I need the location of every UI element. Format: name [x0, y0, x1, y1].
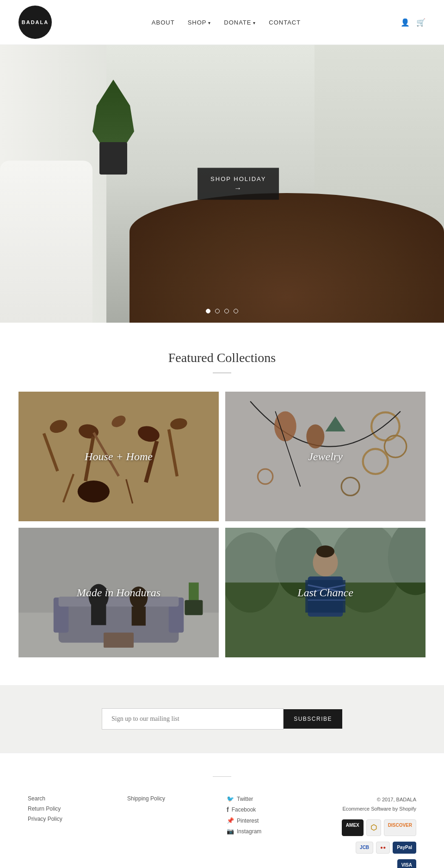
cart-icon[interactable]: 🛒: [416, 18, 426, 27]
footer-grid: Search Return Policy Privacy Policy Ship…: [28, 795, 416, 868]
jewelry-overlay: Jewelry: [225, 392, 426, 521]
collections-grid: House + Home: [18, 392, 426, 657]
collection-last-chance[interactable]: Last Chance: [225, 528, 426, 657]
collection-honduras[interactable]: Made in Honduras: [18, 528, 219, 657]
footer-facebook[interactable]: f Facebook: [227, 806, 317, 813]
pinterest-label: Pinterest: [237, 818, 259, 824]
nav-about[interactable]: ABOUT: [152, 19, 175, 26]
payment-visa: VISA: [397, 859, 416, 868]
featured-title: Featured Collections: [18, 350, 426, 365]
twitter-icon: 🐦: [227, 795, 234, 802]
hero-section: SHOP HOLIDAY →: [0, 45, 444, 323]
footer: Search Return Policy Privacy Policy Ship…: [0, 753, 444, 868]
payment-jcb: JCB: [356, 842, 373, 854]
honduras-overlay: Made in Honduras: [18, 528, 219, 657]
collection-jewelry[interactable]: Jewelry: [225, 392, 426, 521]
footer-twitter[interactable]: 🐦 Twitter: [227, 795, 317, 802]
copyright-text: © 2017, BADALA: [326, 795, 416, 805]
hero-plant-leaves: [92, 80, 134, 144]
footer-privacy-policy[interactable]: Privacy Policy: [28, 816, 118, 822]
instagram-icon: 📷: [227, 828, 234, 835]
mailing-input[interactable]: [102, 708, 284, 730]
payment-discover: DISCOVER: [384, 819, 416, 837]
footer-col-4: © 2017, BADALA Ecommerce Software by Sho…: [326, 795, 416, 868]
hero-cta-button[interactable]: SHOP HOLIDAY →: [197, 168, 279, 200]
hero-dot-2[interactable]: [215, 309, 220, 313]
collection-last-chance-label: Last Chance: [297, 587, 353, 599]
facebook-icon: f: [227, 806, 229, 813]
hero-cta-label: SHOP HOLIDAY: [210, 175, 266, 182]
collection-house-home[interactable]: House + Home: [18, 392, 219, 521]
nav-shop[interactable]: SHOP: [188, 19, 211, 26]
footer-search[interactable]: Search: [28, 795, 118, 802]
subscribe-button[interactable]: SUBSCRIBE: [284, 709, 342, 729]
house-home-overlay: House + Home: [18, 392, 219, 521]
footer-col-3: 🐦 Twitter f Facebook 📌 Pinterest 📷 Insta…: [227, 795, 317, 868]
twitter-label: Twitter: [237, 796, 253, 802]
collection-jewelry-label: Jewelry: [308, 450, 343, 463]
logo[interactable]: BADALA: [18, 6, 52, 39]
payment-paypal: PayPal: [393, 842, 416, 854]
payment-mastercard: ●●: [376, 842, 390, 854]
collection-house-home-label: House + Home: [85, 450, 153, 463]
hero-dots: [206, 309, 238, 313]
nav-contact[interactable]: CONTACT: [269, 19, 301, 26]
mailing-section: SUBSCRIBE: [0, 685, 444, 753]
lastchance-overlay: Last Chance: [225, 528, 426, 657]
instagram-label: Instagram: [237, 828, 261, 835]
nav-donate[interactable]: DONATE: [224, 19, 256, 26]
navigation: BADALA ABOUT SHOP DONATE CONTACT 👤 🛒: [0, 0, 444, 45]
footer-return-policy[interactable]: Return Policy: [28, 806, 118, 812]
hero-table: [130, 193, 444, 323]
hero-plant: [92, 82, 134, 175]
hero-plant-pot: [99, 142, 127, 175]
hero-dot-3[interactable]: [224, 309, 229, 313]
hero-dot-4[interactable]: [234, 309, 238, 313]
hero-dot-1[interactable]: [206, 309, 210, 313]
featured-section: Featured Collections: [0, 323, 444, 676]
footer-divider: [213, 776, 231, 777]
mailing-form: SUBSCRIBE: [102, 708, 342, 730]
footer-col-1: Search Return Policy Privacy Policy: [28, 795, 118, 868]
nav-icons: 👤 🛒: [401, 18, 426, 27]
featured-divider: [213, 373, 231, 373]
nav-links: ABOUT SHOP DONATE CONTACT: [152, 19, 301, 26]
footer-pinterest[interactable]: 📌 Pinterest: [227, 817, 317, 824]
footer-shipping-policy[interactable]: Shipping Policy: [127, 795, 217, 802]
facebook-label: Facebook: [232, 806, 256, 813]
payment-icons-2: JCB ●● PayPal: [326, 842, 416, 854]
logo-text: BADALA: [22, 19, 49, 25]
payment-icons: AMEX ⬡ DISCOVER: [326, 819, 416, 837]
pinterest-icon: 📌: [227, 817, 234, 824]
account-icon[interactable]: 👤: [401, 18, 410, 27]
powered-by: Ecommerce Software by Shopify: [326, 805, 416, 814]
payment-diners: ⬡: [366, 819, 381, 837]
payment-icons-3: VISA: [326, 859, 416, 868]
hero-cta-arrow: →: [210, 184, 266, 193]
payment-amex: AMEX: [342, 819, 364, 837]
footer-instagram[interactable]: 📷 Instagram: [227, 828, 317, 835]
hero-chair: [0, 161, 92, 323]
collection-honduras-label: Made in Honduras: [77, 587, 160, 599]
footer-col-2: Shipping Policy: [127, 795, 217, 868]
